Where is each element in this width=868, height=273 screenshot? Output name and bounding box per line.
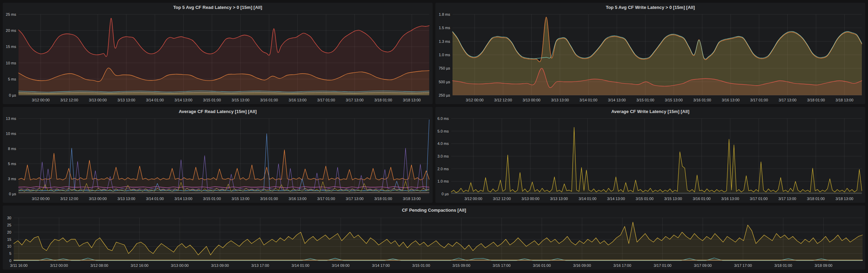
dashboard-row-3: CF Pending Compactions [All] 05101520253… [3,206,865,270]
svg-text:25: 25 [7,223,11,227]
time-series-chart[interactable]: 250 µs500 µs750 µs1.0 ms1.3 ms1.5 ms1.8 … [435,12,865,104]
svg-text:10 ms: 10 ms [6,132,16,136]
svg-text:5.0 ms: 5.0 ms [437,129,449,133]
svg-text:3/15 09:00: 3/15 09:00 [453,263,470,268]
svg-text:6.0 ms: 6.0 ms [437,116,449,121]
svg-text:15 ms: 15 ms [6,45,16,49]
svg-text:3/12 00:00: 3/12 00:00 [465,197,482,201]
svg-text:3/18 13:00: 3/18 13:00 [403,197,421,201]
time-series-chart[interactable]: 0 µs1.0 ms2.0 ms3.0 ms4.0 ms5.0 ms6.0 ms… [435,116,865,203]
dashboard: Top 5 Avg CF Read Latency > 0 [15m] [All… [0,0,868,273]
svg-text:3/14 13:00: 3/14 13:00 [607,197,625,201]
svg-text:0 µs: 0 µs [442,192,449,196]
svg-text:3/18 01:00: 3/18 01:00 [374,98,392,102]
svg-text:3/11 16:00: 3/11 16:00 [10,263,27,268]
svg-text:3/15 01:00: 3/15 01:00 [636,98,654,102]
panel-title[interactable]: Average CF Read Latency [15m] [All] [3,107,433,116]
svg-text:3/15 01:00: 3/15 01:00 [412,263,430,268]
svg-text:3/12 00:00: 3/12 00:00 [50,263,68,268]
svg-text:3/17 01:00: 3/17 01:00 [750,197,768,201]
panel-pending-compactions: CF Pending Compactions [All] 05101520253… [3,206,865,270]
svg-text:3/14 01:00: 3/14 01:00 [579,98,597,102]
svg-text:3/13 00:00: 3/13 00:00 [521,197,539,201]
svg-text:3/15 13:00: 3/15 13:00 [232,98,249,102]
dashboard-row-2: Average CF Read Latency [15m] [All] 0 µs… [3,107,865,203]
svg-text:3/13 13:00: 3/13 13:00 [117,98,135,102]
svg-text:30: 30 [7,216,11,220]
chart-area: 250 µs500 µs750 µs1.0 ms1.3 ms1.5 ms1.8 … [435,12,865,104]
svg-text:3/14 13:00: 3/14 13:00 [608,98,626,102]
svg-text:3/13 00:00: 3/13 00:00 [523,98,540,102]
svg-text:3/15 13:00: 3/15 13:00 [664,197,682,201]
svg-text:5 ms: 5 ms [8,162,16,166]
svg-text:3/16 17:00: 3/16 17:00 [613,263,631,268]
svg-text:3/18 01:00: 3/18 01:00 [807,98,825,102]
time-series-chart[interactable]: 0 µs3 ms5 ms8 ms10 ms13 ms3/12 00:003/12… [3,116,433,203]
svg-text:3/17 01:00: 3/17 01:00 [317,98,335,102]
svg-text:3/17 09:00: 3/17 09:00 [694,263,712,268]
chart-area: 0 µs5 ms10 ms15 ms20 ms25 ms3/12 00:003/… [3,12,433,104]
svg-text:1.0 ms: 1.0 ms [437,179,449,183]
svg-text:3/14 01:00: 3/14 01:00 [146,98,164,102]
time-series-chart[interactable]: 0 µs5 ms10 ms15 ms20 ms25 ms3/12 00:003/… [3,12,433,104]
svg-text:3/15 01:00: 3/15 01:00 [636,197,654,201]
svg-text:15: 15 [7,237,11,241]
svg-text:3/17 01:00: 3/17 01:00 [750,98,768,102]
svg-text:1.0 ms: 1.0 ms [439,53,450,57]
panel-title[interactable]: CF Pending Compactions [All] [3,206,865,214]
dashboard-row-1: Top 5 Avg CF Read Latency > 0 [15m] [All… [3,3,865,104]
panel-top5-read-latency: Top 5 Avg CF Read Latency > 0 [15m] [All… [3,3,433,104]
svg-text:5: 5 [9,251,11,256]
svg-text:3/14 13:00: 3/14 13:00 [175,98,192,102]
svg-text:3 ms: 3 ms [8,177,16,181]
svg-text:3/17 13:00: 3/17 13:00 [346,98,364,102]
svg-text:3/16 01:00: 3/16 01:00 [260,197,278,201]
svg-text:3/12 12:00: 3/12 12:00 [60,197,78,201]
svg-text:20 ms: 20 ms [6,28,16,33]
svg-text:3/14 09:00: 3/14 09:00 [332,263,350,268]
svg-text:3/15 17:00: 3/15 17:00 [493,263,511,268]
svg-text:1.8 ms: 1.8 ms [439,12,450,16]
svg-text:3/13 17:00: 3/13 17:00 [251,263,269,268]
svg-text:3/16 01:00: 3/16 01:00 [693,98,711,102]
svg-text:3/16 01:00: 3/16 01:00 [260,98,278,102]
svg-text:5 ms: 5 ms [8,77,16,81]
svg-text:20: 20 [7,230,11,234]
svg-text:3/18 13:00: 3/18 13:00 [403,98,421,102]
svg-text:3/17 13:00: 3/17 13:00 [778,98,796,102]
panel-title[interactable]: Top 5 Avg CF Write Latency > 0 [15m] [Al… [435,3,865,12]
chart-area: 0 µs3 ms5 ms8 ms10 ms13 ms3/12 00:003/12… [3,116,433,203]
svg-text:3/12 00:00: 3/12 00:00 [32,197,50,201]
svg-text:10 ms: 10 ms [6,61,16,65]
svg-text:10: 10 [7,244,11,248]
chart-area: 0 µs1.0 ms2.0 ms3.0 ms4.0 ms5.0 ms6.0 ms… [435,116,865,203]
svg-text:3/17 13:00: 3/17 13:00 [778,197,796,201]
svg-text:1.3 ms: 1.3 ms [439,39,450,44]
svg-text:8 ms: 8 ms [8,147,16,151]
svg-text:3/16 09:00: 3/16 09:00 [573,263,591,268]
svg-text:3/13 09:00: 3/13 09:00 [211,263,229,268]
svg-text:3/13 00:00: 3/13 00:00 [89,98,107,102]
svg-text:3/14 01:00: 3/14 01:00 [292,263,309,268]
panel-title[interactable]: Top 5 Avg CF Read Latency > 0 [15m] [All… [3,3,433,12]
svg-text:3/14 01:00: 3/14 01:00 [578,197,596,201]
time-series-chart[interactable]: 0510152025303/11 16:003/12 00:003/12 08:… [3,214,865,270]
svg-text:3/13 13:00: 3/13 13:00 [117,197,135,201]
svg-text:3/12 12:00: 3/12 12:00 [493,197,511,201]
svg-text:3/14 13:00: 3/14 13:00 [175,197,192,201]
svg-text:3/13 13:00: 3/13 13:00 [550,197,568,201]
panel-top5-write-latency: Top 5 Avg CF Write Latency > 0 [15m] [Al… [435,3,865,104]
svg-text:3/18 01:00: 3/18 01:00 [374,197,392,201]
svg-text:3/13 00:00: 3/13 00:00 [89,197,107,201]
svg-text:4.0 ms: 4.0 ms [437,141,449,146]
svg-text:3/16 13:00: 3/16 13:00 [721,197,739,201]
svg-text:3/18 09:00: 3/18 09:00 [814,263,832,268]
svg-text:2.0 ms: 2.0 ms [437,167,449,171]
svg-text:3/12 00:00: 3/12 00:00 [32,98,50,102]
panel-title[interactable]: Average CF Write Latency [15m] [All] [435,107,865,116]
panel-avg-read-latency: Average CF Read Latency [15m] [All] 0 µs… [3,107,433,203]
svg-text:13 ms: 13 ms [6,116,16,121]
svg-text:3/17 01:00: 3/17 01:00 [317,197,335,201]
svg-text:3/16 13:00: 3/16 13:00 [722,98,740,102]
svg-text:3/12 12:00: 3/12 12:00 [60,98,78,102]
